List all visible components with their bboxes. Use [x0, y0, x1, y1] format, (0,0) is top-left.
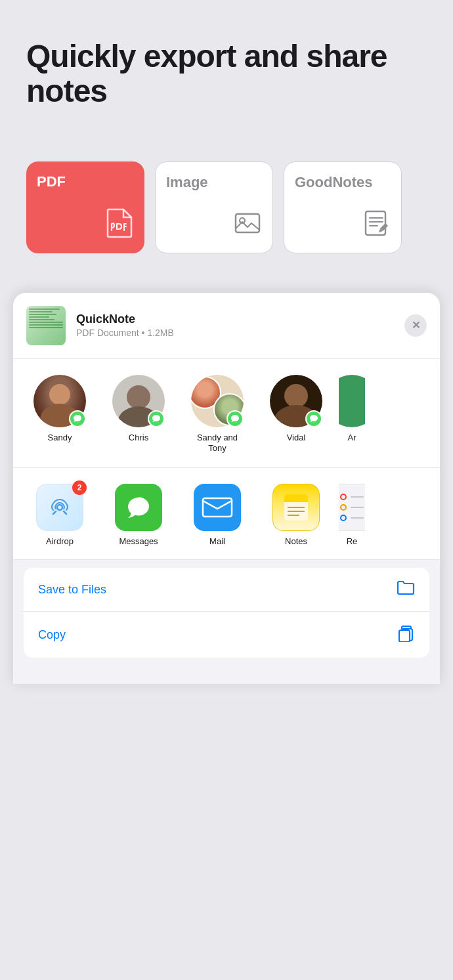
sandy-avatar-wrap	[33, 375, 86, 427]
reminders-icon-wrap	[339, 484, 365, 531]
sheet-doc-info: PDF Document • 1.2MB	[76, 328, 404, 338]
sandy-tony-imessage-badge	[226, 410, 244, 427]
close-icon: ✕	[412, 319, 420, 331]
svg-rect-7	[284, 498, 308, 502]
copy-icon	[397, 624, 415, 646]
rem-dot-orange	[340, 504, 347, 511]
contact-chris[interactable]: Chris	[102, 375, 175, 455]
sandy-tony-avatar-wrap	[191, 375, 244, 427]
rem-dot-red	[340, 494, 347, 500]
contact-ar-partial[interactable]: Ar	[339, 375, 365, 455]
reminders-label: Re	[347, 536, 358, 546]
copy-action[interactable]: Copy	[24, 612, 429, 658]
export-card-goodnotes[interactable]: GoodNotes	[284, 161, 402, 253]
airdrop-badge: 2	[72, 480, 87, 495]
svg-point-3	[57, 505, 62, 510]
export-cards-row: PDF Image GoodNotes	[0, 161, 453, 293]
thumb-content	[26, 306, 66, 345]
action-rows: Save to Files Copy	[24, 568, 429, 658]
rem-line-1	[351, 496, 364, 498]
ar-avatar-wrap	[339, 375, 365, 427]
copy-label: Copy	[38, 628, 66, 642]
pdf-icon	[105, 207, 134, 244]
vidal-imessage-badge	[305, 410, 322, 427]
thumb-line-4	[29, 316, 49, 318]
bottom-spacer	[13, 658, 440, 684]
rem-line-3	[351, 517, 364, 519]
goodnotes-icon	[362, 209, 391, 244]
contact-sandy-tony[interactable]: Sandy andTony	[181, 375, 253, 455]
svg-rect-2	[366, 211, 385, 235]
apps-section: 2 Airdrop Mes	[13, 468, 440, 560]
rem-row-2	[340, 504, 364, 511]
thumb-line-8	[29, 327, 63, 328]
mail-icon	[202, 496, 233, 519]
apps-row: 2 Airdrop Mes	[24, 484, 429, 546]
notes-label: Notes	[285, 536, 307, 546]
contacts-row: Sandy Chris	[24, 375, 429, 455]
sheet-thumbnail	[26, 306, 66, 345]
airdrop-label: Airdrop	[46, 536, 74, 546]
app-notes[interactable]: Notes	[260, 484, 332, 546]
chris-imessage-badge	[148, 410, 165, 427]
export-card-pdf[interactable]: PDF	[26, 161, 144, 253]
messages-icon	[125, 494, 152, 521]
thumb-line-1	[29, 309, 60, 310]
app-reminders-partial[interactable]: Re	[339, 484, 365, 546]
save-to-files-action[interactable]: Save to Files	[24, 568, 429, 612]
thumb-line-6	[29, 322, 63, 323]
thumb-line-7	[29, 324, 63, 326]
chris-avatar-wrap	[112, 375, 165, 427]
chris-name: Chris	[129, 433, 148, 444]
app-messages[interactable]: Messages	[102, 484, 175, 546]
vidal-name: Vidal	[287, 433, 306, 444]
sheet-close-button[interactable]: ✕	[404, 314, 427, 337]
mail-label: Mail	[209, 536, 225, 546]
contacts-section: Sandy Chris	[13, 359, 440, 469]
svg-rect-12	[399, 630, 410, 642]
mail-icon-wrap	[194, 484, 241, 531]
reminders-icon	[339, 488, 365, 526]
sandy-imessage-badge	[69, 410, 86, 427]
thumb-line-3	[29, 314, 56, 315]
share-sheet: QuickNote PDF Document • 1.2MB ✕ Sandy	[13, 293, 440, 685]
rem-row-3	[340, 515, 364, 521]
contact-sandy[interactable]: Sandy	[24, 375, 96, 455]
sheet-info: QuickNote PDF Document • 1.2MB	[76, 312, 404, 338]
ar-avatar	[339, 375, 365, 427]
folder-icon	[397, 580, 415, 599]
app-mail[interactable]: Mail	[181, 484, 253, 546]
thumb-line-2	[29, 311, 53, 312]
ar-name: Ar	[348, 433, 356, 444]
thumb-line-5	[29, 319, 54, 320]
pdf-card-label: PDF	[37, 173, 134, 190]
svg-rect-4	[203, 498, 232, 517]
save-to-files-label: Save to Files	[38, 583, 106, 597]
hero-title: Quickly export and share notes	[26, 39, 427, 109]
contact-vidal[interactable]: Vidal	[260, 375, 332, 455]
app-airdrop[interactable]: 2 Airdrop	[24, 484, 96, 546]
messages-label: Messages	[119, 536, 158, 546]
goodnotes-card-label: GoodNotes	[295, 174, 391, 191]
notes-icon	[279, 490, 313, 524]
sandy-tony-name: Sandy andTony	[197, 433, 238, 455]
vidal-avatar-wrap	[270, 375, 322, 427]
notes-icon-wrap	[272, 484, 320, 531]
image-icon	[233, 209, 262, 244]
rem-row-1	[340, 494, 364, 500]
hero-section: Quickly export and share notes	[0, 0, 453, 135]
airdrop-icon	[47, 494, 73, 521]
svg-rect-0	[236, 214, 259, 232]
sheet-header: QuickNote PDF Document • 1.2MB ✕	[13, 293, 440, 359]
export-card-image[interactable]: Image	[155, 161, 273, 253]
image-card-label: Image	[166, 174, 262, 191]
sheet-app-name: QuickNote	[76, 312, 404, 326]
rem-dot-blue	[340, 515, 347, 521]
rem-line-2	[351, 507, 364, 508]
messages-icon-wrap	[115, 484, 162, 531]
airdrop-icon-wrap: 2	[36, 484, 83, 531]
sandy-name: Sandy	[48, 433, 72, 444]
